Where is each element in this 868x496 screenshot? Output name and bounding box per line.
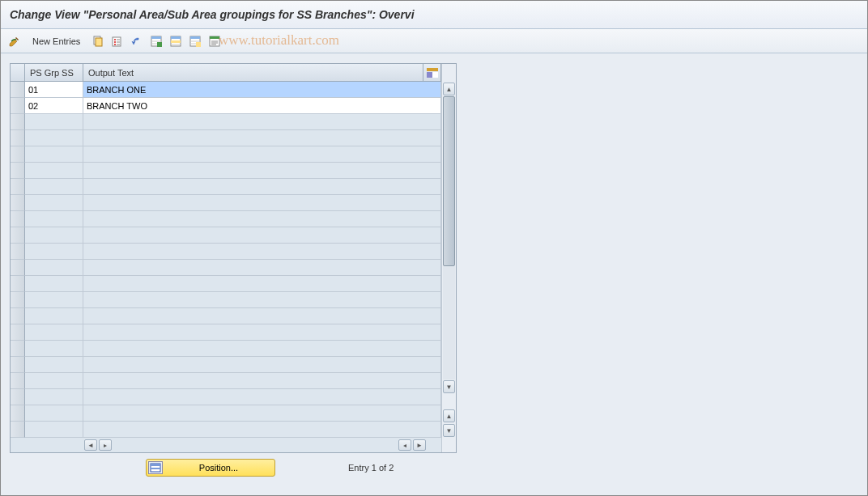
output-text-cell[interactable] [83, 422, 441, 438]
output-text-cell[interactable] [83, 260, 441, 276]
row-selector[interactable] [11, 308, 25, 324]
scroll-right-last-icon[interactable]: ► [413, 439, 426, 451]
scroll-up-icon-2[interactable]: ▲ [443, 409, 455, 422]
table-row[interactable] [11, 373, 441, 389]
table-row[interactable] [11, 244, 441, 260]
table-row[interactable] [11, 389, 441, 405]
undo-change-icon[interactable] [129, 33, 145, 49]
deselect-all-icon[interactable] [187, 33, 203, 49]
table-row[interactable] [11, 179, 441, 195]
ps-grp-cell[interactable] [25, 146, 83, 163]
output-text-cell[interactable] [83, 130, 441, 146]
table-row[interactable] [11, 146, 441, 163]
row-selector[interactable] [11, 357, 25, 373]
table-row[interactable] [11, 308, 441, 324]
output-text-cell[interactable] [83, 357, 441, 373]
ps-grp-cell[interactable] [25, 260, 83, 276]
output-text-cell[interactable] [83, 114, 441, 130]
row-selector[interactable] [11, 373, 25, 389]
ps-grp-cell[interactable] [25, 130, 83, 146]
row-selector[interactable] [11, 227, 25, 244]
toggle-display-change-icon[interactable] [6, 33, 23, 49]
output-text-cell[interactable] [83, 308, 441, 324]
table-row[interactable] [11, 357, 441, 373]
ps-grp-cell[interactable] [25, 341, 83, 357]
output-text-cell[interactable] [83, 179, 441, 195]
table-row[interactable] [11, 324, 441, 341]
table-row[interactable] [11, 422, 441, 438]
row-selector[interactable] [11, 276, 25, 292]
output-text-cell[interactable] [83, 341, 441, 357]
row-selector[interactable] [11, 179, 25, 195]
row-selector[interactable] [11, 341, 25, 357]
table-row[interactable] [11, 195, 441, 211]
ps-grp-cell[interactable]: 01 [25, 82, 83, 98]
new-entries-button[interactable]: New Entries [26, 34, 87, 49]
table-row[interactable] [11, 227, 441, 244]
row-selector[interactable] [11, 114, 25, 130]
ps-grp-cell[interactable] [25, 373, 83, 389]
row-selector[interactable] [11, 422, 25, 438]
output-text-cell[interactable] [83, 244, 441, 260]
table-row[interactable] [11, 260, 441, 276]
output-text-cell[interactable] [83, 195, 441, 211]
ps-grp-cell[interactable] [25, 324, 83, 341]
output-text-cell[interactable] [83, 373, 441, 389]
table-settings-icon[interactable] [423, 64, 441, 82]
table-row[interactable]: 01BRANCH ONE [11, 82, 441, 98]
vertical-scrollbar[interactable]: ▲ ▼ ▲ ▼ [441, 64, 456, 452]
scroll-thumb[interactable] [443, 96, 455, 266]
ps-grp-cell[interactable] [25, 389, 83, 405]
row-selector[interactable] [11, 389, 25, 405]
ps-grp-cell[interactable] [25, 308, 83, 324]
table-row[interactable] [11, 405, 441, 422]
output-text-cell[interactable] [83, 276, 441, 292]
row-selector[interactable] [11, 195, 25, 211]
row-selector[interactable] [11, 146, 25, 163]
row-selector[interactable] [11, 130, 25, 146]
output-text-cell[interactable] [83, 227, 441, 244]
row-selector[interactable] [11, 98, 25, 114]
ps-grp-cell[interactable] [25, 114, 83, 130]
table-row[interactable] [11, 341, 441, 357]
row-selector[interactable] [11, 211, 25, 227]
table-row[interactable] [11, 130, 441, 146]
output-text-cell[interactable] [83, 211, 441, 227]
delete-icon[interactable] [109, 33, 126, 49]
ps-grp-cell[interactable] [25, 211, 83, 227]
select-block-icon[interactable] [168, 33, 184, 49]
output-text-cell[interactable] [83, 292, 441, 308]
scroll-up-icon[interactable]: ▲ [443, 83, 455, 95]
position-button[interactable]: Position... [146, 459, 275, 477]
output-text-cell[interactable] [83, 324, 441, 341]
row-selector[interactable] [11, 82, 25, 98]
ps-grp-cell[interactable] [25, 244, 83, 260]
table-row[interactable] [11, 163, 441, 179]
table-row[interactable] [11, 114, 441, 130]
ps-grp-cell[interactable] [25, 405, 83, 422]
ps-grp-cell[interactable] [25, 195, 83, 211]
output-text-cell[interactable] [83, 163, 441, 179]
output-text-cell[interactable] [83, 389, 441, 405]
row-selector[interactable] [11, 244, 25, 260]
select-all-icon[interactable] [148, 33, 164, 49]
ps-grp-cell[interactable] [25, 422, 83, 438]
table-row[interactable] [11, 292, 441, 308]
ps-grp-cell[interactable] [25, 163, 83, 179]
table-row[interactable] [11, 276, 441, 292]
row-selector[interactable] [11, 163, 25, 179]
scroll-down-icon-1[interactable]: ▼ [443, 380, 455, 393]
scroll-left-first-icon[interactable]: ◄ [84, 439, 97, 451]
scroll-right-icon[interactable]: ◂ [398, 439, 411, 451]
scroll-left-icon[interactable]: ▸ [99, 439, 112, 451]
ps-grp-cell[interactable] [25, 292, 83, 308]
table-row[interactable] [11, 211, 441, 227]
ps-grp-cell[interactable]: 02 [25, 98, 83, 114]
row-selector[interactable] [11, 260, 25, 276]
ps-grp-cell[interactable] [25, 276, 83, 292]
output-text-cell[interactable] [83, 146, 441, 163]
ps-grp-cell[interactable] [25, 179, 83, 195]
column-header-ps-grp[interactable]: PS Grp SS [25, 64, 83, 82]
ps-grp-cell[interactable] [25, 357, 83, 373]
column-header-output-text[interactable]: Output Text [83, 64, 423, 82]
